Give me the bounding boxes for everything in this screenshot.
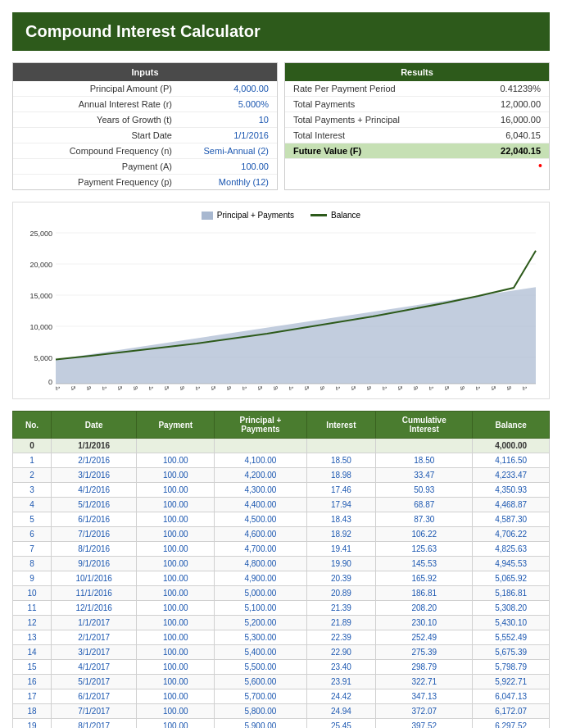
- cell-balance: 4,000.00: [473, 439, 550, 453]
- svg-text:10,000: 10,000: [29, 323, 52, 331]
- result-value: 22,040.15: [475, 146, 541, 156]
- cell-balance: 5,065.92: [473, 571, 550, 586]
- input-label: Years of Growth (t): [21, 115, 179, 125]
- svg-text:1/1/2024: 1/1/2024: [428, 386, 434, 390]
- cell-interest: 23.91: [306, 675, 376, 689]
- table-header-row: No. Date Payment Principal +Payments Int…: [13, 412, 550, 439]
- svg-text:25,000: 25,000: [29, 230, 52, 238]
- result-label: Total Payments: [293, 99, 475, 109]
- cell-balance: 6,297.52: [473, 719, 550, 729]
- input-row: Payment Frequency (p) Monthly (12): [13, 175, 277, 189]
- page: Compound Interest Calculator Inputs Prin…: [0, 0, 562, 728]
- result-row: Total Interest 6,040.15: [285, 128, 549, 143]
- svg-text:1/1/2019: 1/1/2019: [195, 386, 201, 390]
- cell-no: 6: [13, 527, 52, 542]
- cell-principal: 5,300.00: [215, 630, 306, 645]
- cell-no: 17: [13, 689, 52, 704]
- cell-no: 16: [13, 675, 52, 689]
- cell-interest: 23.40: [306, 660, 376, 675]
- cell-principal: 5,100.00: [215, 601, 306, 616]
- svg-text:9/1/2024: 9/1/2024: [460, 386, 465, 390]
- table-row: 12 1/1/2017 100.00 5,200.00 21.89 230.10…: [13, 616, 550, 630]
- cell-cum-interest: 18.50: [376, 453, 473, 468]
- cell-payment: 100.00: [137, 630, 215, 645]
- result-row: Total Payments + Principal 16,000.00: [285, 112, 549, 128]
- cell-date: 5/1/2017: [52, 675, 137, 689]
- table-row: 8 9/1/2016 100.00 4,800.00 19.90 145.53 …: [13, 557, 550, 571]
- cell-payment: 100.00: [137, 571, 215, 586]
- cell-payment: 100.00: [137, 704, 215, 719]
- cell-date: 3/1/2017: [52, 645, 137, 660]
- table-row: 11 12/1/2016 100.00 5,100.00 21.39 208.2…: [13, 601, 550, 616]
- cell-cum-interest: 208.20: [376, 601, 473, 616]
- cell-balance: 5,798.79: [473, 660, 550, 675]
- cell-date: 3/1/2016: [52, 468, 137, 483]
- cell-interest: 17.46: [306, 483, 376, 498]
- results-header: Results: [285, 63, 549, 81]
- svg-text:9/1/2017: 9/1/2017: [133, 386, 138, 390]
- cell-cum-interest: [376, 439, 473, 453]
- svg-text:5/1/2021: 5/1/2021: [304, 386, 310, 390]
- input-row: Start Date 1/1/2016: [13, 128, 277, 143]
- cell-payment: 100.00: [137, 453, 215, 468]
- svg-text:9/1/2023: 9/1/2023: [413, 386, 419, 390]
- cell-principal: 4,400.00: [215, 498, 306, 512]
- cell-payment: 100.00: [137, 660, 215, 675]
- table-row: 16 5/1/2017 100.00 5,600.00 23.91 322.71…: [13, 675, 550, 689]
- input-label: Principal Amount (P): [21, 84, 179, 93]
- table-row: 6 7/1/2016 100.00 4,600.00 18.92 106.22 …: [13, 527, 550, 542]
- svg-text:5/1/2018: 5/1/2018: [164, 386, 170, 390]
- table-row: 13 2/1/2017 100.00 5,300.00 22.39 252.49…: [13, 630, 550, 645]
- cell-date: 4/1/2017: [52, 660, 137, 675]
- cell-balance: 5,430.10: [473, 616, 550, 630]
- col-header-interest: Interest: [306, 412, 376, 439]
- cell-principal: [215, 439, 306, 453]
- cell-balance: 6,172.07: [473, 704, 550, 719]
- inputs-rows: Principal Amount (P) 4,000.00 Annual Int…: [13, 81, 277, 189]
- result-value: 6,040.15: [475, 130, 541, 140]
- svg-text:1/1/2016: 1/1/2016: [55, 386, 61, 390]
- result-value: 0.41239%: [475, 84, 541, 93]
- legend-balance: Balance: [310, 211, 360, 220]
- col-header-no: No.: [13, 412, 52, 439]
- input-row: Principal Amount (P) 4,000.00: [13, 81, 277, 97]
- cell-cum-interest: 125.63: [376, 542, 473, 557]
- result-value: 16,000.00: [475, 115, 541, 125]
- svg-text:9/1/2019: 9/1/2019: [226, 386, 232, 390]
- cell-cum-interest: 397.52: [376, 719, 473, 729]
- cell-interest: [306, 439, 376, 453]
- result-value: 12,000.00: [475, 99, 541, 109]
- svg-text:9/1/2020: 9/1/2020: [273, 386, 279, 390]
- input-value: Semi-Annual (2): [179, 146, 269, 156]
- cell-date: 7/1/2017: [52, 704, 137, 719]
- cell-cum-interest: 252.49: [376, 630, 473, 645]
- cell-no: 15: [13, 660, 52, 675]
- cell-balance: 4,945.53: [473, 557, 550, 571]
- cell-no: 13: [13, 630, 52, 645]
- svg-text:5/1/2019: 5/1/2019: [211, 386, 216, 390]
- cell-balance: 5,552.49: [473, 630, 550, 645]
- table-row: 7 8/1/2016 100.00 4,700.00 19.41 125.63 …: [13, 542, 550, 557]
- result-row: Total Payments 12,000.00: [285, 97, 549, 112]
- cell-balance: 4,468.87: [473, 498, 550, 512]
- cell-no: 0: [13, 439, 52, 453]
- cell-payment: 100.00: [137, 483, 215, 498]
- svg-text:9/1/2025: 9/1/2025: [506, 386, 512, 390]
- cell-principal: 4,200.00: [215, 468, 306, 483]
- cell-date: 6/1/2016: [52, 512, 137, 527]
- cell-principal: 5,600.00: [215, 675, 306, 689]
- table-row: 5 6/1/2016 100.00 4,500.00 18.43 87.30 4…: [13, 512, 550, 527]
- cell-no: 10: [13, 586, 52, 601]
- svg-text:9/1/2022: 9/1/2022: [366, 386, 372, 390]
- cell-interest: 24.94: [306, 704, 376, 719]
- result-label: Rate Per Payment Period: [293, 84, 475, 93]
- input-label: Payment (A): [21, 162, 179, 171]
- table-row: 2 3/1/2016 100.00 4,200.00 18.98 33.47 4…: [13, 468, 550, 483]
- cell-date: 6/1/2017: [52, 689, 137, 704]
- svg-text:1/1/2018: 1/1/2018: [148, 386, 154, 390]
- cell-cum-interest: 275.39: [376, 645, 473, 660]
- chart-svg: 25,000 20,000 15,000 10,000 5,000 0: [21, 226, 542, 390]
- cell-no: 9: [13, 571, 52, 586]
- cell-date: 2/1/2016: [52, 453, 137, 468]
- cell-interest: 22.90: [306, 645, 376, 660]
